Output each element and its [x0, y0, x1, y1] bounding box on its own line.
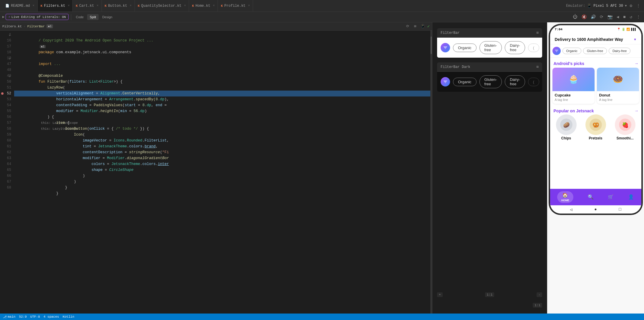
- tab-cart-close[interactable]: ×: [97, 4, 99, 7]
- chip-more-light[interactable]: (: [528, 44, 539, 52]
- chevron-down-icon[interactable]: ▼: [625, 4, 627, 8]
- phone-content: Delivery to 1600 Amphitheater Way ▾ Orga…: [550, 34, 641, 189]
- gutter-line-59: 59: [0, 132, 14, 138]
- rotate-icon[interactable]: ⟳: [599, 14, 605, 20]
- nav-cart-icon: 🛒: [608, 194, 614, 200]
- gesture-recent[interactable]: □: [619, 207, 621, 212]
- tab-readme[interactable]: 📄 README.md ×: [2, 0, 38, 11]
- expand-light-icon[interactable]: ⊞: [537, 31, 539, 35]
- chip-dairyfree-light[interactable]: Dairy-free: [505, 41, 525, 54]
- scale-ratio[interactable]: 1:1: [485, 292, 494, 297]
- filterbar-dark-title: FilterBar Dark: [441, 65, 470, 69]
- delivery-dropdown-icon[interactable]: ▾: [634, 36, 637, 42]
- nav-home-icon: 🏠: [562, 192, 568, 198]
- kotlin-icon-cart: K: [76, 4, 78, 8]
- nav-search-icon: 🔍: [588, 194, 594, 200]
- tab-cart[interactable]: K Cart.kt ×: [73, 0, 102, 11]
- phone-chip-glutenfree[interactable]: Gluten-free: [583, 48, 607, 54]
- nav-search[interactable]: 🔍: [588, 194, 594, 200]
- code-content[interactable]: 1▼ 16 17 18 19▼ 47 48 49▼ 50 51 52 53 54…: [0, 31, 432, 314]
- phone-chip-dairyfree[interactable]: Dairy-free: [609, 48, 630, 54]
- chip-dairyfree-dark[interactable]: Dairy-free: [505, 75, 525, 88]
- popular-card-pretzels[interactable]: 🥨 Pretzels: [582, 114, 610, 140]
- tab-button-close[interactable]: ×: [130, 4, 132, 7]
- phone-filter-icon[interactable]: [552, 47, 561, 55]
- home-btn-icon[interactable]: ■: [622, 14, 627, 20]
- chip-organic-light[interactable]: Organic: [453, 44, 477, 52]
- more-options-icon[interactable]: ⋮: [635, 14, 642, 20]
- gutter-line-17: 17: [0, 44, 14, 49]
- kotlin-icon-filters: K: [41, 4, 43, 8]
- tab-home[interactable]: K Home.kt ×: [189, 0, 218, 11]
- volume-mute-icon[interactable]: 🔇: [580, 14, 588, 20]
- tab-filters-close[interactable]: ×: [68, 4, 69, 7]
- gutter-line-1: 1▼: [0, 32, 14, 38]
- gutter-line-47: 47: [0, 61, 14, 67]
- popular-card-chips[interactable]: 🥔 Chips: [552, 114, 580, 140]
- live-edit-icon: ⚡: [8, 15, 10, 19]
- screenshot-icon[interactable]: 📷: [606, 14, 614, 20]
- chip-organic-dark[interactable]: Organic: [453, 78, 477, 86]
- expand-dark-icon[interactable]: ⊞: [537, 65, 539, 69]
- filter-icon-dark[interactable]: [441, 77, 450, 86]
- popular-arrow[interactable]: →: [635, 109, 638, 113]
- scale-button-plus[interactable]: +: [437, 292, 443, 297]
- grid-icon[interactable]: ⊞: [412, 23, 419, 30]
- status-git[interactable]: ⎇ main: [3, 315, 15, 319]
- nav-profile-icon: 👤: [628, 194, 634, 200]
- gutter-line-52: 52: [0, 91, 14, 96]
- readme-icon: 📄: [5, 4, 9, 8]
- androids-picks-arrow[interactable]: →: [635, 61, 638, 66]
- pick-card-donut[interactable]: 🍩 Donut A tag line: [597, 68, 639, 104]
- back-icon[interactable]: ◀: [615, 14, 620, 20]
- design-view-button[interactable]: Design: [100, 14, 114, 20]
- status-encoding[interactable]: UTF-8: [30, 315, 40, 319]
- phone-chip-organic[interactable]: Organic: [562, 48, 582, 54]
- chip-glutenfree-dark[interactable]: Gluten-free: [479, 75, 502, 88]
- status-language[interactable]: Kotlin: [63, 315, 74, 319]
- refresh-icon[interactable]: ↺: [629, 14, 633, 20]
- gesture-back[interactable]: ◁: [570, 207, 572, 212]
- more-icon[interactable]: ⋮: [635, 3, 642, 9]
- live-edit-toggle[interactable]: ⚡ Live Editing of Literals: ON: [6, 14, 68, 20]
- tab-home-close[interactable]: ×: [213, 4, 215, 7]
- sync-icon[interactable]: ⟳: [404, 23, 411, 30]
- tab-readme-close[interactable]: ×: [33, 4, 34, 7]
- nav-cart[interactable]: 🛒: [608, 194, 614, 200]
- code-text-area[interactable]: / Copyright 2020 The Android Open Source…: [14, 31, 430, 314]
- pick-card-cupcake[interactable]: 🧁 Cupcake A tag line: [552, 68, 595, 104]
- filter-icon-light[interactable]: [441, 43, 450, 52]
- kotlin-icon-qty: K: [138, 4, 140, 8]
- delivery-text: Delivery to 1600 Amphitheater Way: [555, 37, 623, 42]
- power-icon[interactable]: ⏻: [572, 14, 579, 20]
- popular-title: Popular on Jetsnack: [554, 109, 594, 113]
- chip-more-dark[interactable]: (: [528, 78, 539, 86]
- scale-button-minus[interactable]: -: [537, 292, 542, 297]
- gutter-line-65: 65: [0, 167, 14, 173]
- chip-glutenfree-light[interactable]: Gluten-free: [479, 41, 502, 54]
- vertical-scrollbar[interactable]: [430, 31, 432, 314]
- nav-home[interactable]: 🏠 HOME: [557, 191, 573, 203]
- scrollbar-thumb[interactable]: [431, 36, 432, 54]
- tab-profile[interactable]: K Profile.kt ×: [218, 0, 253, 11]
- tab-button[interactable]: K Button.kt ×: [102, 0, 135, 11]
- volume-icon[interactable]: 🔊: [590, 14, 597, 20]
- filterbar-light-body: Organic Gluten-free Dairy-free (: [437, 38, 542, 58]
- split-view-button[interactable]: Split: [87, 14, 98, 20]
- tab-filters[interactable]: K Filters.kt ×: [38, 0, 73, 11]
- device-icon[interactable]: 📱: [420, 23, 426, 30]
- gutter-line-16: 16: [0, 38, 14, 44]
- tab-qty-close[interactable]: ×: [184, 4, 186, 7]
- git-branch: main: [8, 315, 15, 319]
- pretzels-image: 🥨: [585, 114, 606, 135]
- popular-card-smoothie[interactable]: 🍓 Smoothi...: [611, 114, 639, 140]
- scale-ratio-2[interactable]: 1:1: [533, 303, 542, 308]
- status-indent[interactable]: 4 spaces: [44, 315, 59, 319]
- settings-icon[interactable]: ⚙: [629, 3, 633, 9]
- tab-profile-close[interactable]: ×: [248, 4, 250, 7]
- tab-quantityselector[interactable]: K QuantitySelector.kt ×: [135, 0, 189, 11]
- status-line-col[interactable]: 52:9: [19, 315, 26, 319]
- code-view-button[interactable]: Code: [74, 14, 86, 20]
- nav-profile[interactable]: 👤: [628, 194, 634, 200]
- gesture-home-circle[interactable]: ●: [594, 207, 597, 212]
